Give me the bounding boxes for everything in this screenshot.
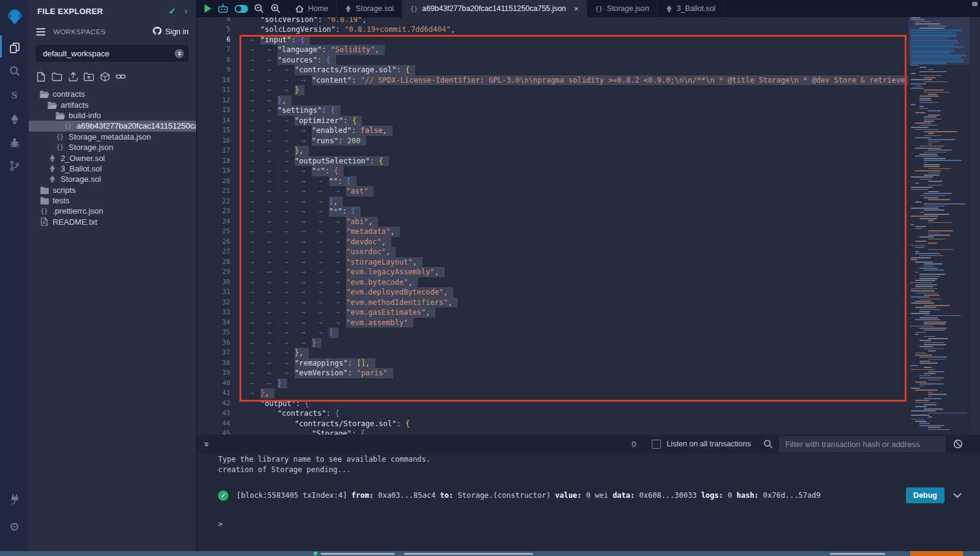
upload-file-icon[interactable] [67,71,78,82]
code-line-44[interactable]: 44"contracts/Storage.sol": { [196,419,908,429]
tree-item-3-ballot-sol[interactable]: 3_Ballot.sol [29,163,196,174]
activity-search-icon[interactable] [0,61,29,81]
code-line-4[interactable]: 4"solcVersion": "0.8.19", [196,17,908,24]
double-chevron-down-icon[interactable]: » [202,441,213,446]
tree-item--prettierrc-json[interactable]: {}.prettierrc.json [29,206,196,216]
tree-item-2-owner-sol[interactable]: 2_Owner.sol [29,152,196,163]
code-line-28[interactable]: 28→→→→→→"storageLayout", [196,257,908,268]
code-line-43[interactable]: 43"contracts": { [196,408,908,419]
activity-solidity-compiler-icon[interactable]: S [0,85,29,106]
search-icon[interactable] [763,439,773,449]
scrollbar-thumb[interactable] [972,2,978,6]
tree-item-tests[interactable]: tests [29,195,196,206]
transaction-log-row[interactable]: ✓ [block:5583405 txIndex:4] from: 0xa03.… [218,486,962,505]
code-line-26[interactable]: 26→→→→→→"devdoc", [196,237,908,247]
code-line-20[interactable]: 20→→→→→"": [ [196,176,908,187]
minimap[interactable] [908,17,970,435]
zoom-in-icon[interactable] [270,3,281,14]
code-line-23[interactable]: 23→→→→→"*": [ [196,206,908,217]
code-line-29[interactable]: 29→→→→→→"evm.legacyAssembly", [196,267,908,277]
code-line-17[interactable]: 17→→→}, [196,146,908,156]
code-line-14[interactable]: 14→→→"optimizer": { [196,116,908,126]
code-line-9[interactable]: 9→→→"contracts/Storage.sol": { [196,65,908,75]
code-line-40[interactable]: 40→→} [196,378,908,389]
code-line-30[interactable]: 30→→→→→→"evm.bytecode", [196,277,908,288]
remixd-robot-icon[interactable] [217,3,229,14]
close-icon[interactable]: × [574,4,579,13]
code-line-25[interactable]: 25→→→→→→"metadata", [196,227,908,237]
workspace-select[interactable]: default_workspace [36,45,189,62]
code-line-33[interactable]: 33→→→→→→"evm.gasEstimates", [196,307,908,318]
box-icon[interactable] [99,71,110,82]
debug-button[interactable]: Debug [906,487,944,503]
transaction-filter-input[interactable] [779,436,946,453]
code-line-39[interactable]: 39→→→"evmVersion": "paris" [196,368,908,378]
terminal-prompt[interactable]: > [218,519,223,528]
code-line-45[interactable]: 45"Storage": { [196,429,908,435]
activity-git-icon[interactable] [0,156,29,176]
code-line-19[interactable]: 19→→→→"*": { [196,166,908,176]
block-icon[interactable] [953,439,963,449]
code-line-34[interactable]: 34→→→→→→"evm.assembly" [196,318,908,328]
activity-deploy-run-icon[interactable] [0,109,29,130]
theme-toggle[interactable] [235,5,248,13]
listen-checkbox[interactable] [652,440,661,449]
tree-item-a69b43f277ba20fcac141151250ca7-[interactable]: {}a69b43f277ba20fcac141151250ca7... [29,121,196,131]
code-line-24[interactable]: 24→→→→→→"abi", [196,217,908,227]
code-line-10[interactable]: 10→→→→"content": "// SPDX-License-Identi… [196,75,908,86]
code-line-15[interactable]: 15→→→→"enabled": false, [196,126,908,136]
code-line-31[interactable]: 31→→→→→→"evm.deployedBytecode", [196,287,908,298]
upload-folder-icon[interactable] [83,71,94,82]
chevron-right-icon[interactable]: › [184,6,187,16]
code-line-21[interactable]: 21→→→→→→"ast" [196,186,908,197]
activity-debugger-icon[interactable] [0,132,29,153]
tree-item-readme-txt[interactable]: README.txt [29,217,196,227]
sign-in-button[interactable]: Sign in [153,26,189,37]
tab-3-ballot-sol[interactable]: 3_Ballot.sol [658,0,725,17]
hamburger-menu-icon[interactable] [36,28,45,36]
code-line-32[interactable]: 32→→→→→→"evm.methodIdentifiers", [196,298,908,308]
code-line-27[interactable]: 27→→→→→→"userdoc", [196,247,908,257]
tree-item-storage-json[interactable]: {}Storage.json [29,142,196,152]
activity-file-explorer-icon[interactable] [0,37,29,58]
chevron-down-icon[interactable] [953,493,962,498]
code-line-11[interactable]: 11→→→} [196,85,908,96]
code-editor[interactable]: 4"solcVersion": "0.8.19",5"solcLongVersi… [196,17,908,435]
tree-item-contracts[interactable]: contracts [29,89,196,99]
tab-home[interactable]: Home [287,0,337,17]
activity-settings-icon[interactable]: ⚙ [0,516,29,537]
code-line-35[interactable]: 35→→→→→] [196,328,908,338]
code-line-13[interactable]: 13→→"settings": { [196,105,908,116]
activity-remix-logo-icon[interactable] [0,6,29,27]
code-line-18[interactable]: 18→→→"outputSelection": { [196,156,908,167]
code-line-8[interactable]: 8→→"sources": { [196,55,908,66]
zoom-out-icon[interactable] [254,3,265,14]
code-line-6[interactable]: 6→"input": { [196,35,908,45]
link-icon[interactable] [115,71,126,82]
code-line-41[interactable]: 41→}, [196,388,908,399]
code-line-16[interactable]: 16→→→→"runs": 200 [196,136,908,146]
new-folder-icon[interactable] [51,71,62,82]
code-line-38[interactable]: 38→→→"remappings": [], [196,358,908,369]
tab-storage-sol[interactable]: Storage.sol [337,0,402,17]
tab-a69b43f277ba20fcac141151250ca755-json[interactable]: {}a69b43f277ba20fcac141151250ca755.json× [402,0,587,17]
activity-plugin-manager-icon[interactable] [0,489,29,509]
code-line-37[interactable]: 37→→→}, [196,348,908,358]
tree-item-scripts[interactable]: scripts [29,185,196,195]
tree-item-build-info[interactable]: build-info [29,110,196,121]
tree-item-storage-sol[interactable]: Storage.sol [29,174,196,184]
code-line-22[interactable]: 22→→→→→], [196,197,908,207]
code-line-36[interactable]: 36→→→→} [196,338,908,348]
code-line-5[interactable]: 5"solcLongVersion": "0.8.19+commit.7dd6d… [196,24,908,35]
solidity-compiler-glyph: S [12,89,17,102]
file-explorer-icon [9,42,21,54]
code-line-42[interactable]: 42"output": { [196,399,908,409]
run-script-button[interactable] [205,4,211,13]
scrollbar-track[interactable] [970,17,980,435]
code-line-7[interactable]: 7→→"language": "Solidity", [196,45,908,55]
code-line-12[interactable]: 12→→}, [196,96,908,106]
tree-item-artifacts[interactable]: artifacts [29,99,196,110]
tab-storage-json[interactable]: {}Storage.json [587,0,658,17]
tree-item-storage-metadata-json[interactable]: {}Storage_metadata.json [29,132,196,142]
new-file-icon[interactable] [36,71,47,82]
